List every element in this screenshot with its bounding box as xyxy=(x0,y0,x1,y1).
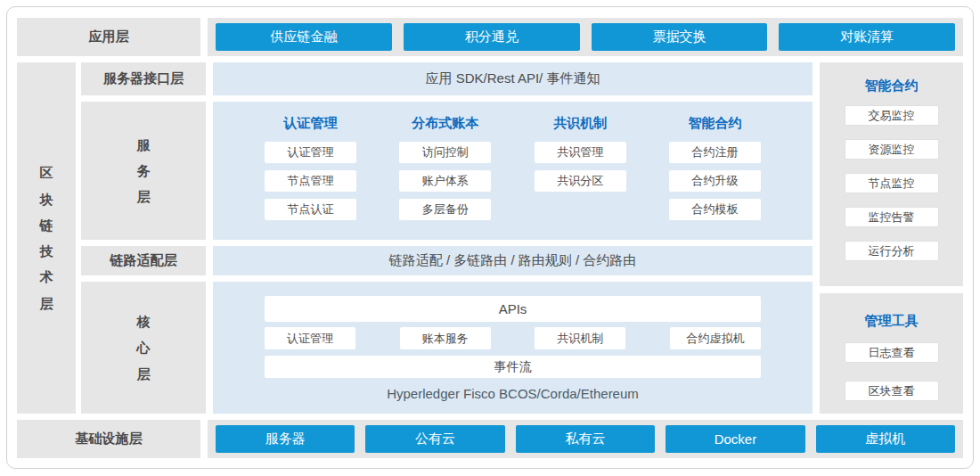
infrastructure-layer-row: 基础设施层 服务器 公有云 私有云 Docker 虚拟机 xyxy=(17,420,963,458)
blockchain-architecture-diagram: 应用层 供应链金融 积分通兑 票据交换 对账清算 区块链技术层 服务器接口层 服… xyxy=(6,6,974,469)
application-layer-label: 应用层 xyxy=(17,18,200,56)
service-item: 访问控制 xyxy=(399,142,491,163)
side-panel-item: 日志查看 xyxy=(845,342,939,363)
application-button: 票据交换 xyxy=(592,23,768,51)
service-item: 共识分区 xyxy=(535,170,626,192)
service-column-header: 共识机制 xyxy=(535,115,626,131)
service-column: 智能合约 合约注册 合约升级 合约模板 xyxy=(669,115,761,240)
service-item: 认证管理 xyxy=(265,142,356,163)
infrastructure-button: 服务器 xyxy=(216,425,355,453)
infrastructure-layer-label: 基础设施层 xyxy=(17,420,200,458)
core-module: 认证管理 xyxy=(265,327,355,349)
event-stream-bar: 事件流 xyxy=(265,356,761,378)
core-module: 共识机制 xyxy=(535,327,625,349)
core-module: 账本服务 xyxy=(400,327,491,349)
blockchain-tech-layer-label: 区块链技术层 xyxy=(17,62,76,414)
side-panel-item: 运行分析 xyxy=(845,241,939,261)
service-column-header: 认证管理 xyxy=(265,115,356,131)
layer-content-column: 应用 SDK/Rest API/ 事件通知 认证管理 认证管理 节点管理 xyxy=(213,62,813,414)
side-panel-smart-contract: 智能合约 交易监控 资源监控 节点监控 监控告警 运行分析 xyxy=(820,62,963,286)
service-column-header: 智能合约 xyxy=(669,115,761,131)
infrastructure-button: Docker xyxy=(666,425,804,453)
apis-bar: APIs xyxy=(265,296,761,322)
sub-layer-labels: 服务器接口层 服务层 链路适配层 核心层 xyxy=(81,62,206,414)
core-layer-label-text: 核心层 xyxy=(136,308,151,387)
platform-caption: Hyperledger Fisco BCOS/Corda/Ethereum xyxy=(265,386,761,401)
application-button: 供应链金融 xyxy=(216,23,392,51)
core-module: 合约虚拟机 xyxy=(670,327,761,349)
service-item: 节点管理 xyxy=(265,170,356,192)
side-panel-item: 监控告警 xyxy=(845,207,939,227)
side-panel-item: 资源监控 xyxy=(845,139,939,160)
infrastructure-button-strip: 服务器 公有云 私有云 Docker 虚拟机 xyxy=(208,420,963,458)
side-panel-title: 智能合约 xyxy=(865,78,919,94)
server-interface-layer-label: 服务器接口层 xyxy=(81,62,206,95)
blockchain-tech-layer-label-text: 区块链技术层 xyxy=(39,160,53,316)
core-modules-row: 认证管理 账本服务 共识机制 合约虚拟机 xyxy=(265,327,761,349)
application-button: 积分通兑 xyxy=(404,23,580,51)
side-panel-title: 管理工具 xyxy=(865,313,919,329)
side-panel-items: 交易监控 资源监控 节点监控 监控告警 运行分析 xyxy=(845,105,939,261)
service-item: 账户体系 xyxy=(399,170,491,192)
service-item: 合约注册 xyxy=(669,142,761,163)
application-button: 对账清算 xyxy=(779,23,955,51)
service-item: 多层备份 xyxy=(399,199,491,220)
side-panel-management-tools: 管理工具 日志查看 区块查看 xyxy=(820,293,963,414)
core-layer-panel: APIs 认证管理 账本服务 共识机制 合约虚拟机 事件流 Hyperledge… xyxy=(213,282,813,414)
service-layer-label-text: 服务层 xyxy=(136,132,151,210)
side-panel-item: 区块查看 xyxy=(845,381,939,401)
core-layer-label: 核心层 xyxy=(81,282,206,414)
service-column-header: 分布式账本 xyxy=(399,115,491,131)
application-layer-row: 应用层 供应链金融 积分通兑 票据交换 对账清算 xyxy=(17,18,963,56)
service-column: 共识机制 共识管理 共识分区 xyxy=(535,115,626,240)
service-column: 认证管理 认证管理 节点管理 节点认证 xyxy=(265,115,356,240)
infrastructure-button: 公有云 xyxy=(365,425,504,453)
link-routing-bar: 链路适配 / 多链路由 / 路由规则 / 合约路由 xyxy=(213,246,813,275)
service-item: 节点认证 xyxy=(265,199,356,220)
infrastructure-button: 虚拟机 xyxy=(816,425,955,453)
service-layer-label: 服务层 xyxy=(81,102,206,240)
service-item: 合约模板 xyxy=(669,199,761,220)
side-panel-items: 日志查看 区块查看 xyxy=(845,342,939,401)
application-button-strip: 供应链金融 积分通兑 票据交换 对账清算 xyxy=(208,18,963,56)
service-item: 合约升级 xyxy=(669,170,761,192)
service-item: 共识管理 xyxy=(535,142,626,163)
service-column: 分布式账本 访问控制 账户体系 多层备份 xyxy=(399,115,491,240)
side-panel-item: 交易监控 xyxy=(845,105,939,126)
infrastructure-button: 私有云 xyxy=(516,425,655,453)
blockchain-tech-layer: 区块链技术层 服务器接口层 服务层 链路适配层 核心层 应用 SDK/Rest … xyxy=(17,62,963,414)
side-panel-item: 节点监控 xyxy=(845,173,939,193)
link-adapter-layer-label: 链路适配层 xyxy=(81,246,206,275)
service-layer-panel: 认证管理 认证管理 节点管理 节点认证 分布式 xyxy=(213,102,813,240)
sdk-api-bar: 应用 SDK/Rest API/ 事件通知 xyxy=(213,62,813,95)
side-panels-column: 智能合约 交易监控 资源监控 节点监控 监控告警 运行分析 管理工具 xyxy=(820,62,963,414)
